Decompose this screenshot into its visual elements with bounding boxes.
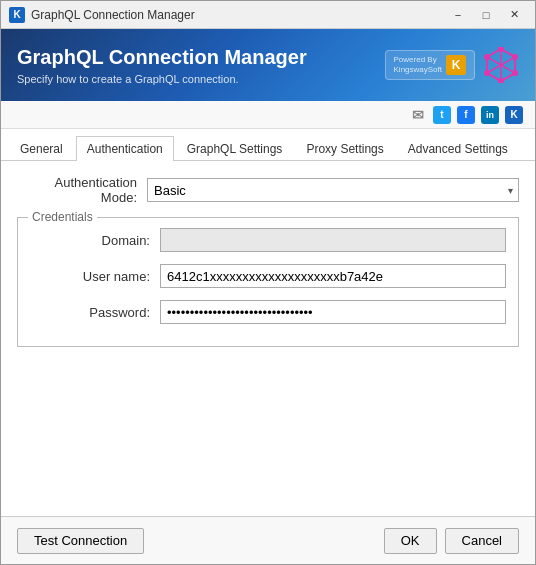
app-subtitle: Specify how to create a GraphQL connecti… — [17, 73, 307, 85]
tab-graphql-settings[interactable]: GraphQL Settings — [176, 136, 294, 161]
auth-mode-select[interactable]: Basic None Bearer Token OAuth2 Windows — [147, 178, 519, 202]
email-icon[interactable]: ✉ — [409, 106, 427, 124]
tab-authentication[interactable]: Authentication — [76, 136, 174, 161]
footer: Test Connection OK Cancel — [1, 516, 535, 564]
app-icon: K — [9, 7, 25, 23]
tabs-bar: General Authentication GraphQL Settings … — [1, 129, 535, 161]
social-bar: ✉ t f in K — [1, 101, 535, 129]
powered-by-badge: Powered By KingswaySoft K — [385, 50, 475, 80]
username-input[interactable] — [160, 264, 506, 288]
tab-general[interactable]: General — [9, 136, 74, 161]
graphql-icon — [483, 47, 519, 83]
maximize-button[interactable]: □ — [473, 5, 499, 25]
test-connection-button[interactable]: Test Connection — [17, 528, 144, 554]
kingsway-logo: K — [446, 55, 466, 75]
auth-mode-label: Authentication Mode: — [17, 175, 147, 205]
main-window: K GraphQL Connection Manager − □ ✕ Graph… — [0, 0, 536, 565]
title-bar: K GraphQL Connection Manager − □ ✕ — [1, 1, 535, 29]
header-banner: GraphQL Connection Manager Specify how t… — [1, 29, 535, 101]
cancel-button[interactable]: Cancel — [445, 528, 519, 554]
twitter-icon[interactable]: t — [433, 106, 451, 124]
window-title: GraphQL Connection Manager — [31, 8, 445, 22]
domain-label: Domain: — [30, 233, 160, 248]
minimize-button[interactable]: − — [445, 5, 471, 25]
domain-input[interactable] — [160, 228, 506, 252]
credentials-legend: Credentials — [28, 210, 97, 224]
domain-row: Domain: — [30, 228, 506, 252]
tab-advanced-settings[interactable]: Advanced Settings — [397, 136, 519, 161]
close-button[interactable]: ✕ — [501, 5, 527, 25]
tab-content: Authentication Mode: Basic None Bearer T… — [1, 161, 535, 516]
k-brand-icon[interactable]: K — [505, 106, 523, 124]
auth-mode-row: Authentication Mode: Basic None Bearer T… — [17, 175, 519, 205]
powered-by-text: Powered By KingswaySoft — [394, 55, 442, 74]
header-left: GraphQL Connection Manager Specify how t… — [17, 46, 307, 85]
password-input[interactable] — [160, 300, 506, 324]
footer-left: Test Connection — [17, 528, 384, 554]
facebook-icon[interactable]: f — [457, 106, 475, 124]
password-row: Password: — [30, 300, 506, 324]
app-title: GraphQL Connection Manager — [17, 46, 307, 69]
username-label: User name: — [30, 269, 160, 284]
password-label: Password: — [30, 305, 160, 320]
header-right: Powered By KingswaySoft K — [385, 47, 519, 83]
footer-right: OK Cancel — [384, 528, 519, 554]
linkedin-icon[interactable]: in — [481, 106, 499, 124]
credentials-group: Credentials Domain: User name: Password: — [17, 217, 519, 347]
auth-mode-select-wrapper: Basic None Bearer Token OAuth2 Windows ▾ — [147, 178, 519, 202]
ok-button[interactable]: OK — [384, 528, 437, 554]
tab-proxy-settings[interactable]: Proxy Settings — [295, 136, 394, 161]
window-controls: − □ ✕ — [445, 5, 527, 25]
username-row: User name: — [30, 264, 506, 288]
